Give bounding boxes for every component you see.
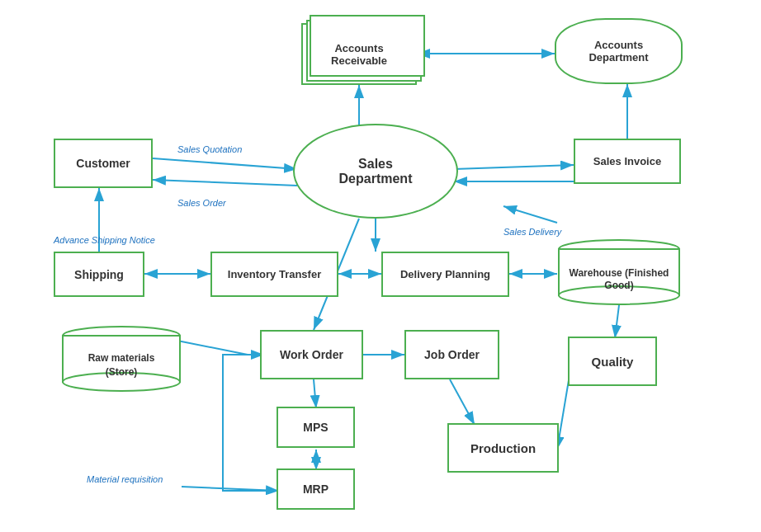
svg-line-21 (314, 379, 316, 408)
job-order-label: Job Order (424, 348, 480, 361)
inventory-transfer-node: Inventory Transfer (210, 252, 338, 297)
accounts-receivable-node: Accounts Receivable (301, 23, 417, 85)
sales-quotation-label: Sales Quotation (177, 144, 242, 154)
shipping-node: Shipping (54, 252, 144, 297)
customer-label: Customer (76, 157, 130, 170)
work-order-label: Work Order (280, 348, 343, 361)
job-order-node: Job Order (404, 330, 499, 379)
sales-delivery-label: Sales Delivery (503, 227, 561, 237)
mps-node: MPS (277, 407, 355, 448)
svg-line-8 (454, 165, 574, 169)
inventory-transfer-label: Inventory Transfer (228, 268, 321, 280)
svg-line-7 (153, 180, 297, 186)
work-order-node: Work Order (260, 330, 363, 379)
svg-line-17 (557, 375, 570, 450)
shipping-label: Shipping (74, 268, 124, 281)
mps-label: MPS (303, 421, 328, 434)
accounts-department-node: Accounts Department (555, 18, 683, 84)
delivery-planning-node: Delivery Planning (381, 252, 509, 297)
production-node: Production (447, 423, 559, 473)
svg-line-15 (503, 206, 557, 223)
accounts-department-label: Accounts Department (588, 39, 648, 64)
svg-line-16 (615, 305, 619, 338)
svg-line-23 (182, 487, 279, 491)
sales-invoice-label: Sales Invoice (593, 155, 661, 167)
raw-materials-node: Raw materials (Store) (62, 326, 182, 392)
svg-text:Warehouse (Finished: Warehouse (Finished (570, 267, 669, 279)
material-requisition-label: Material requisition (87, 474, 163, 484)
production-label: Production (470, 441, 536, 455)
mrp-node: MRP (277, 468, 355, 510)
warehouse-node: Warehouse (Finished Good) (557, 239, 681, 305)
svg-text:Raw materials: Raw materials (88, 352, 155, 364)
svg-line-6 (153, 158, 297, 169)
diagram: Accounts Receivable Accounts Department … (0, 0, 761, 532)
sales-order-label: Sales Order (177, 198, 226, 208)
svg-text:Good): Good) (604, 280, 633, 291)
sales-department-node: Sales Department (293, 124, 458, 219)
quality-label: Quality (592, 355, 634, 369)
customer-node: Customer (54, 139, 153, 188)
sales-invoice-node: Sales Invoice (574, 139, 681, 184)
delivery-planning-label: Delivery Planning (400, 268, 490, 280)
mrp-label: MRP (303, 483, 329, 496)
accounts-receivable-label: Accounts Receivable (331, 42, 387, 67)
quality-node: Quality (568, 337, 657, 386)
advance-shipping-label: Advance Shipping Notice (54, 235, 155, 245)
sales-department-label: Sales Department (339, 157, 413, 186)
svg-text:(Store): (Store) (106, 366, 138, 378)
svg-line-18 (450, 379, 475, 425)
